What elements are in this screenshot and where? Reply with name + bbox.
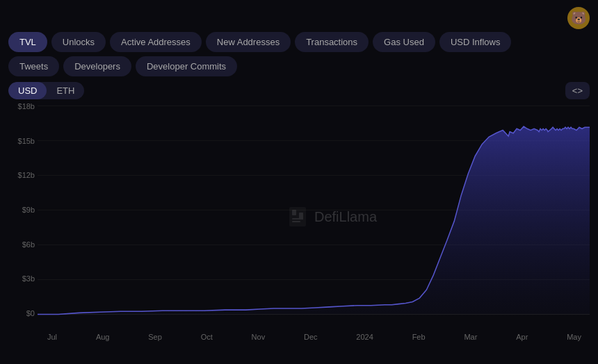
y-label-6b: $6b	[8, 240, 35, 249]
tab-gas-used[interactable]: Gas Used	[373, 32, 435, 52]
x-label-oct: Oct	[201, 333, 213, 341]
x-label-nov: Nov	[252, 333, 266, 341]
tab-developers[interactable]: Developers	[63, 56, 131, 76]
currency-usd[interactable]: USD	[8, 82, 47, 99]
x-label-may: May	[567, 333, 581, 341]
watermark: DefiLlama	[286, 206, 377, 228]
primary-tabs: TVL Unlocks Active Addresses New Address…	[0, 32, 598, 52]
y-label-15b: $15b	[8, 137, 35, 145]
tab-tweets[interactable]: Tweets	[8, 56, 59, 76]
tab-developer-commits[interactable]: Developer Commits	[136, 56, 237, 76]
tab-usd-inflows[interactable]: USD Inflows	[439, 32, 512, 52]
y-label-18b: $18b	[8, 102, 35, 110]
x-label-dec: Dec	[304, 333, 318, 341]
y-label-0: $0	[8, 309, 35, 317]
y-label-9b: $9b	[8, 206, 35, 214]
x-label-jul: Jul	[47, 333, 57, 341]
y-label-3b: $3b	[8, 274, 35, 283]
tab-tvl[interactable]: TVL	[8, 32, 47, 52]
x-label-sep: Sep	[148, 333, 162, 341]
currency-toggle: USD ETH	[8, 82, 84, 99]
x-label-2024: 2024	[356, 333, 373, 341]
x-label-mar: Mar	[464, 333, 477, 341]
tab-transactions[interactable]: Transactions	[295, 32, 369, 52]
x-label-feb: Feb	[412, 333, 426, 341]
secondary-tabs: Tweets Developers Developer Commits	[0, 52, 598, 76]
user-avatar[interactable]: 🐻	[567, 7, 590, 29]
svg-rect-9	[292, 210, 296, 215]
y-label-12b: $12b	[8, 171, 35, 179]
svg-rect-8	[289, 207, 306, 226]
x-label-apr: Apr	[516, 333, 528, 341]
currency-eth[interactable]: ETH	[47, 82, 84, 99]
embed-button[interactable]: <>	[565, 82, 590, 99]
svg-rect-11	[292, 218, 303, 220]
svg-rect-12	[292, 221, 300, 222]
tab-unlocks[interactable]: Unlocks	[51, 32, 106, 52]
tab-active-addresses[interactable]: Active Addresses	[110, 32, 202, 52]
x-label-aug: Aug	[96, 333, 110, 341]
tab-new-addresses[interactable]: New Addresses	[206, 32, 291, 52]
watermark-text: DefiLlama	[314, 209, 377, 225]
